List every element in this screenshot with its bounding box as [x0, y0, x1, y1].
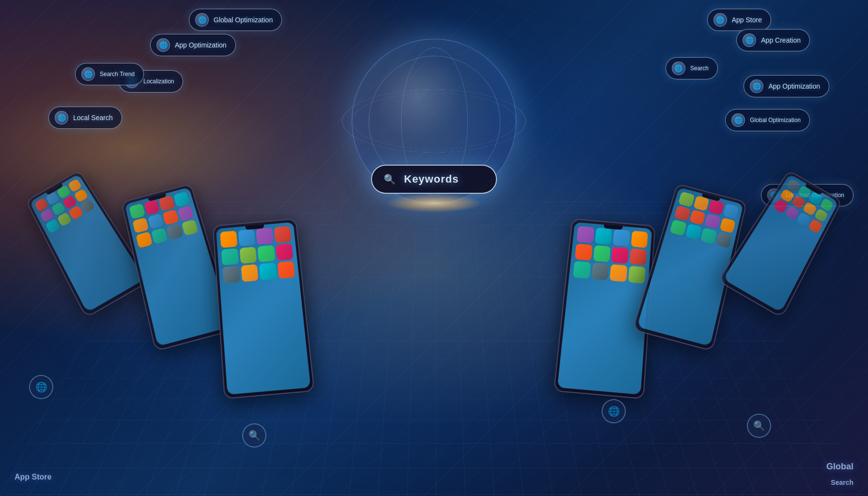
bottom-left-label: App Store: [15, 473, 51, 481]
tag-search-trend-label: Search Trend: [100, 71, 135, 78]
app-icon: [719, 217, 736, 233]
tag-search-trend: 🌐 Search Trend: [75, 63, 144, 85]
tag-global-opt2-label: Global Optimization: [750, 117, 801, 124]
app-icon: [631, 231, 648, 248]
search-icon: 🔍: [382, 171, 397, 187]
app-icon: [274, 226, 292, 243]
app-icon: [238, 229, 255, 246]
app-icon: [723, 203, 739, 219]
phone-screen: [558, 222, 652, 394]
tag-app-opt2-label: App Optimization: [768, 82, 820, 90]
app-icon: [576, 226, 594, 243]
app-icon: [162, 209, 179, 225]
keywords-search-bar: 🔍 Keywords: [371, 165, 497, 194]
globe-icon-9: 🌐: [750, 79, 763, 93]
app-icon: [678, 191, 695, 207]
app-icon: [613, 229, 630, 246]
tag-search2-label: Search: [690, 65, 709, 72]
app-icon: [147, 213, 164, 229]
app-icon: [669, 219, 686, 236]
globe-icon-7: 🌐: [743, 33, 756, 47]
app-icon: [573, 261, 591, 279]
app-icon: [708, 200, 725, 215]
app-icon: [715, 232, 732, 248]
app-icon: [129, 203, 145, 219]
app-icon: [629, 248, 647, 265]
app-icon: [136, 232, 152, 248]
globe-icon-8: 🌐: [672, 62, 685, 75]
app-icon: [173, 191, 190, 207]
globe-icon-2: 🌐: [156, 38, 170, 52]
app-icon: [700, 228, 717, 244]
app-icon: [221, 248, 239, 265]
tag-localization-label: Localization: [143, 78, 174, 85]
app-icon: [591, 263, 609, 280]
app-icon: [685, 223, 702, 240]
tag-app-store: 🌐 App Store: [707, 9, 771, 31]
tag-app-optimization-left: 🌐 App Optimization: [150, 34, 236, 56]
app-icon: [151, 228, 168, 244]
app-icon: [609, 264, 627, 281]
app-icon: [689, 209, 706, 225]
app-icon: [181, 219, 198, 236]
app-icon: [628, 266, 645, 283]
app-icon: [674, 205, 691, 221]
app-icon: [276, 243, 294, 261]
app-icon: [277, 261, 295, 279]
bottom-right-global: Global: [826, 462, 853, 472]
tag-app-opt-label: App Optimization: [175, 41, 227, 49]
tag-search-2: 🌐 Search: [666, 57, 718, 79]
tag-app-optimization-right: 🌐 App Optimization: [744, 75, 829, 97]
tag-global-optimization: 🌐 Global Optimization: [189, 9, 282, 31]
app-icon: [595, 228, 612, 245]
app-icon: [239, 247, 257, 264]
app-icon: [166, 223, 183, 240]
app-icon: [611, 247, 629, 264]
globe-glow: [386, 193, 482, 213]
float-globe-icon-2: 🌐: [602, 399, 626, 423]
app-icon: [593, 245, 611, 263]
app-icon: [259, 263, 277, 280]
float-search-icon-right: 🔍: [747, 414, 771, 438]
tag-app-creation: 🌐 App Creation: [736, 29, 810, 51]
globe-icon-5: 🌐: [55, 111, 68, 124]
app-icon: [132, 217, 149, 233]
phone-screen: [216, 222, 311, 394]
tag-global-opt-2: 🌐 Global Optimization: [725, 109, 810, 131]
app-icon: [704, 213, 721, 229]
app-icon: [257, 245, 275, 263]
tag-local-search: 🌐 Local Search: [48, 107, 122, 129]
keywords-label: Keywords: [404, 173, 459, 186]
tag-local-search-label: Local Search: [73, 114, 113, 122]
float-globe-icon-1: 🌐: [29, 375, 53, 399]
globe-icon-6: 🌐: [713, 13, 727, 27]
main-scene: 🌐 Global Optimization 🌐 App Optimization…: [0, 0, 868, 496]
tag-app-creation-label: App Creation: [761, 36, 801, 44]
app-icon: [177, 205, 194, 221]
app-icon: [241, 264, 259, 281]
bottom-right-sub: Search: [831, 479, 853, 486]
float-search-icon-bottom: 🔍: [242, 423, 266, 448]
app-icon: [220, 231, 237, 248]
app-icon: [574, 243, 592, 261]
tag-app-store-label: App Store: [732, 16, 762, 24]
app-icon: [144, 200, 160, 215]
app-icon: [222, 266, 240, 283]
app-icon: [256, 228, 273, 245]
globe-icon-4: 🌐: [81, 67, 95, 81]
globe-icon-10: 🌐: [731, 113, 745, 127]
globe-icon-1: 🌐: [195, 13, 209, 27]
tag-global-opt-label: Global Optimization: [214, 16, 273, 24]
